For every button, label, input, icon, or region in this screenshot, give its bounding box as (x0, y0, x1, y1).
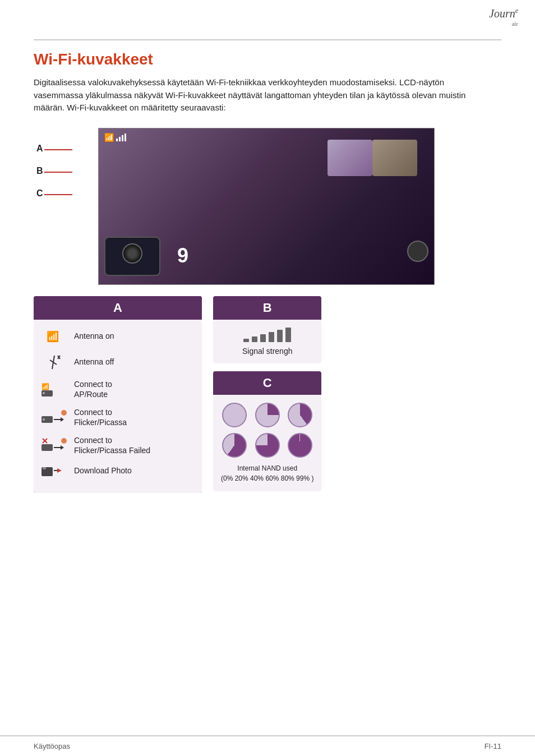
camera-dial (407, 241, 428, 262)
svg-point-12 (61, 410, 67, 416)
signal-label: Signal strengh (221, 347, 313, 356)
download-icon (41, 464, 67, 477)
panel-b-header: B (213, 296, 321, 320)
icon-row-connect-ap: 📶 Connect toAP/Route (41, 379, 194, 399)
nand-percentages: (0% 20% 40% 60% 80% 99% ) (221, 474, 313, 482)
svg-marker-11 (61, 417, 64, 422)
panel-c-body: Internal NAND used(0% 20% 40% 60% 80% 99… (213, 395, 321, 491)
bar4 (124, 133, 126, 141)
icon-row-antenna-off: Antenna off (41, 353, 194, 371)
svg-point-9 (43, 418, 45, 421)
pie-75 (255, 433, 280, 458)
antenna-on-label: Antenna on (74, 331, 114, 341)
panel-a-header: A (34, 296, 202, 320)
connect-ap-icon: 📶 (41, 381, 67, 398)
antenna-off-label: Antenna off (74, 357, 114, 367)
arrow-c (44, 194, 72, 195)
connect-failed-icon (41, 437, 67, 453)
camera-lens (122, 243, 142, 264)
sbar3 (260, 334, 266, 342)
antenna-off-icon (41, 353, 67, 371)
number-badge: 9 (177, 244, 188, 268)
pie-grid (221, 403, 313, 458)
info-panels: A 📶 Antenna on (34, 296, 501, 493)
connect-failed-label: Connect toFlicker/Picassa Failed (74, 435, 150, 455)
bar3 (122, 135, 123, 141)
label-b: B (36, 166, 43, 176)
signal-bars (116, 133, 126, 141)
right-column: B Signal strengh C (213, 296, 321, 493)
sbar6 (285, 328, 291, 342)
wifi-symbol: 📶 (104, 133, 114, 142)
icon-row-antenna-on: 📶 Antenna on (41, 328, 194, 345)
logo-sub: air (489, 20, 518, 27)
svg-marker-22 (57, 468, 62, 473)
pie-40 (288, 403, 312, 427)
download-label: Download Photo (74, 465, 132, 476)
svg-point-7 (43, 392, 45, 394)
label-c: C (36, 188, 43, 199)
svg-rect-13 (41, 444, 53, 451)
camera-body (104, 237, 160, 276)
svg-marker-17 (61, 445, 64, 450)
pie-99 (288, 433, 312, 458)
panel-a-body: 📶 Antenna on Antenna off (34, 320, 202, 493)
nand-label: Internal NAND used(0% 20% 40% 60% 80% 99… (221, 463, 313, 483)
lcd-overlay: 📶 (104, 133, 126, 142)
svg-point-18 (61, 438, 67, 444)
sbar2 (252, 336, 257, 342)
body-text: Digitaalisessa valokuvakehyksessä käytet… (34, 76, 494, 114)
panel-c-header: C (213, 371, 321, 395)
panel-a: A 📶 Antenna on (34, 296, 202, 493)
arrow-a (44, 149, 72, 150)
icon-row-connect-flicker: Connect toFlicker/Picassa (41, 407, 194, 427)
pie-60 (222, 433, 247, 458)
photo-item-1 (328, 140, 372, 176)
sbar4 (269, 332, 274, 342)
icon-row-connect-failed: Connect toFlicker/Picassa Failed (41, 435, 194, 455)
main-image-container: A B C 📶 9 (64, 128, 501, 285)
arrow-b (44, 172, 72, 173)
bar1 (116, 139, 118, 141)
svg-text:📶: 📶 (47, 330, 59, 343)
svg-rect-20 (43, 467, 46, 469)
top-divider (34, 39, 501, 40)
pie-0 (222, 403, 247, 427)
logo-text: Journe (489, 7, 518, 20)
photo-item-2 (372, 140, 417, 176)
signal-bars-demo (221, 328, 313, 342)
sbar5 (277, 330, 283, 342)
footer-left: Käyttöopas (34, 742, 70, 750)
panel-b: B Signal strengh (213, 296, 321, 363)
connect-flicker-icon (41, 409, 67, 425)
bar2 (119, 137, 121, 141)
main-image: 📶 9 (98, 128, 435, 285)
panel-b-body: Signal strengh (213, 320, 321, 363)
sbar1 (243, 339, 249, 342)
connect-flicker-label: Connect toFlicker/Picassa (74, 407, 127, 427)
connect-ap-label: Connect toAP/Route (74, 379, 112, 399)
antenna-on-icon: 📶 (41, 328, 67, 345)
icon-row-download: Download Photo (41, 464, 194, 477)
svg-text:📶: 📶 (41, 382, 49, 390)
footer: Käyttöopas FI-11 (0, 735, 535, 756)
label-a: A (36, 144, 43, 154)
pie-25 (255, 403, 280, 427)
footer-right: FI-11 (485, 742, 501, 750)
panel-c: C Internal NAND used(0% 20 (213, 371, 321, 491)
logo: Journe air (489, 7, 518, 27)
page-title: Wi-Fi-kuvakkeet (34, 50, 501, 68)
